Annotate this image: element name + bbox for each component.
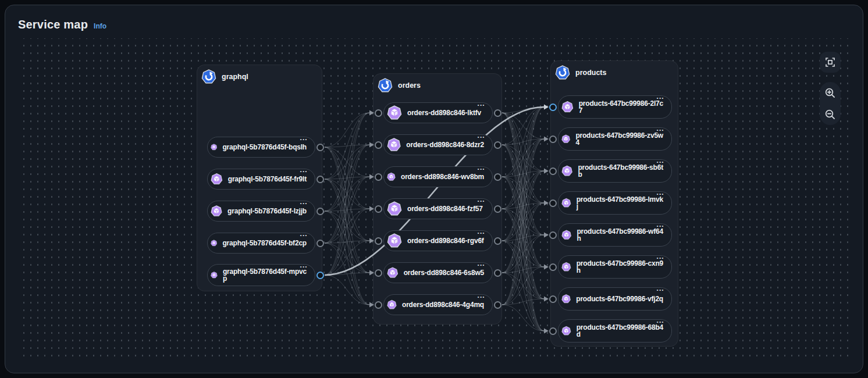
output-connector (316, 208, 324, 215)
edge (325, 179, 369, 241)
node-menu-icon[interactable]: ••• (478, 103, 485, 108)
edge (502, 209, 544, 331)
map-controls (820, 52, 841, 125)
pod-icon (561, 163, 572, 179)
edge (325, 209, 369, 211)
node-menu-icon[interactable]: ••• (657, 224, 664, 229)
pod-icon (211, 268, 218, 283)
pod-icon (211, 140, 217, 155)
node-graphql-5b7876d45f-mpvcp[interactable]: graphql-5b7876d45f-mpvcp••• (207, 264, 315, 286)
node-label: orders-dd898c846-fzf57 (407, 205, 483, 212)
edge (502, 241, 544, 331)
group-header: orders (378, 78, 421, 93)
node-menu-icon[interactable]: ••• (300, 137, 308, 142)
node-menu-icon[interactable]: ••• (478, 231, 485, 236)
edge-arrowhead (544, 329, 549, 334)
node-menu-icon[interactable]: ••• (657, 256, 664, 261)
edge (502, 203, 544, 241)
output-connector (494, 237, 501, 245)
edge (502, 145, 544, 331)
service-map-panel: Service map Info graphql orders products… (5, 5, 863, 373)
node-graphql-5b7876d45f-lzjjb[interactable]: graphql-5b7876d45f-lzjjb••• (207, 201, 315, 222)
edge (502, 177, 544, 203)
node-orders-dd898c846-6s8w5[interactable]: orders-dd898c846-6s8w5••• (383, 262, 493, 283)
pod-icon (561, 259, 571, 274)
edge (325, 147, 369, 241)
edge (502, 139, 544, 305)
input-connector (549, 263, 557, 271)
node-orders-dd898c846-lktfv[interactable]: orders-dd898c846-lktfv••• (383, 102, 493, 123)
node-graphql-5b7876d45f-bqslh[interactable]: graphql-5b7876d45f-bqslh••• (207, 137, 315, 158)
node-menu-icon[interactable]: ••• (300, 233, 308, 238)
zoom-in-icon (824, 87, 837, 99)
node-orders-dd898c846-rgv6f[interactable]: orders-dd898c846-rgv6f••• (383, 230, 493, 251)
node-products-647bc99986-2l7c7[interactable]: products-647bc99986-2l7c7••• (558, 95, 672, 119)
input-connector (375, 141, 382, 149)
edge (325, 113, 369, 243)
edge (502, 145, 544, 235)
edge (502, 235, 544, 273)
node-menu-icon[interactable]: ••• (300, 169, 308, 174)
edge (325, 209, 369, 243)
edge (502, 209, 544, 299)
node-graphql-5b7876d45f-fr9lt[interactable]: graphql-5b7876d45f-fr9lt••• (207, 169, 315, 190)
node-menu-icon[interactable]: ••• (478, 295, 485, 299)
edge (502, 107, 544, 113)
node-orders-dd898c846-4g4mq[interactable]: orders-dd898c846-4g4mq••• (383, 294, 493, 315)
node-orders-dd898c846-8dzr2[interactable]: orders-dd898c846-8dzr2••• (383, 134, 493, 155)
input-connector (549, 135, 557, 143)
input-connector (375, 173, 382, 181)
deployment-icon (201, 69, 216, 84)
node-orders-dd898c846-fzf57[interactable]: orders-dd898c846-fzf57••• (383, 198, 493, 219)
edge (325, 145, 369, 147)
fit-to-screen-button[interactable] (820, 52, 841, 73)
node-menu-icon[interactable]: ••• (300, 265, 308, 269)
edge (325, 113, 369, 275)
output-connector (494, 205, 501, 213)
node-menu-icon[interactable]: ••• (478, 167, 485, 172)
node-menu-icon[interactable]: ••• (657, 160, 664, 165)
edge (502, 177, 544, 331)
node-products-647bc99986-cxn9h[interactable]: products-647bc99986-cxn9h••• (558, 255, 672, 279)
pod-icon (561, 291, 571, 306)
node-menu-icon[interactable]: ••• (657, 96, 664, 101)
pod-icon (211, 172, 223, 187)
group-header: graphql (201, 69, 248, 84)
zoom-in-button[interactable] (820, 82, 841, 104)
edge-arrowhead (544, 137, 549, 142)
info-link[interactable]: Info (94, 22, 106, 30)
node-label: products-647bc99986-cxn9h (577, 260, 663, 274)
node-products-647bc99986-68b4d[interactable]: products-647bc99986-68b4d••• (558, 319, 672, 343)
node-menu-icon[interactable]: ••• (478, 199, 485, 204)
service-map-canvas[interactable]: graphql orders products graphql-5b7876d4… (18, 38, 851, 362)
node-products-647bc99986-lmvkj[interactable]: products-647bc99986-lmvkj••• (558, 191, 672, 215)
edge (325, 113, 369, 179)
node-menu-icon[interactable]: ••• (657, 320, 664, 324)
node-menu-icon[interactable]: ••• (300, 201, 308, 206)
edge (325, 179, 369, 273)
node-menu-icon[interactable]: ••• (657, 288, 664, 293)
node-menu-icon[interactable]: ••• (478, 135, 485, 140)
edge (325, 177, 369, 179)
edge (325, 243, 369, 305)
output-connector (494, 269, 501, 277)
node-menu-icon[interactable]: ••• (478, 263, 485, 268)
node-orders-dd898c846-wv8bm[interactable]: orders-dd898c846-wv8bm••• (383, 166, 493, 187)
edge (502, 273, 544, 331)
node-products-647bc99986-zv5w4[interactable]: products-647bc99986-zv5w4••• (558, 127, 672, 151)
input-connector (375, 269, 382, 277)
zoom-out-button[interactable] (820, 104, 841, 125)
edge (325, 147, 369, 177)
node-menu-icon[interactable]: ••• (657, 192, 664, 197)
node-products-647bc99986-vfj2q[interactable]: products-647bc99986-vfj2q••• (558, 287, 672, 311)
output-connector (316, 176, 324, 183)
node-graphql-5b7876d45f-bf2cp[interactable]: graphql-5b7876d45f-bf2cp••• (207, 233, 315, 254)
node-menu-icon[interactable]: ••• (657, 128, 664, 133)
edge (325, 275, 369, 305)
node-products-647bc99986-sb6tb[interactable]: products-647bc99986-sb6tb••• (558, 159, 672, 183)
title-row: Service map Info (18, 18, 106, 31)
edge (502, 113, 544, 267)
deployment-icon (555, 65, 570, 80)
edge (502, 177, 544, 267)
node-products-647bc99986-wf64h[interactable]: products-647bc99986-wf64h••• (558, 223, 672, 247)
